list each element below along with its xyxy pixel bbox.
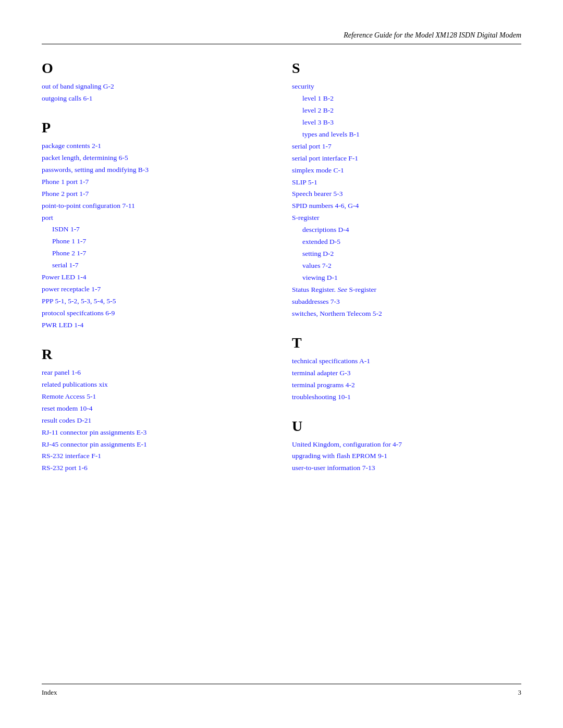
- section-P: P package contents 2-1 packet length, de…: [42, 119, 271, 331]
- entry-serial-port[interactable]: serial port 1-7: [292, 141, 521, 153]
- entry-technical-specs[interactable]: technical specifications A-1: [292, 355, 521, 367]
- entry-result-codes[interactable]: result codes D-21: [42, 415, 271, 427]
- entry-power-receptacle[interactable]: power receptacle 1-7: [42, 283, 271, 295]
- section-letter-U: U: [292, 418, 521, 435]
- entry-security[interactable]: security: [292, 81, 521, 93]
- entry-passwords[interactable]: passwords, setting and modifying B-3: [42, 164, 271, 176]
- entry-rs232-port[interactable]: RS-232 port 1-6: [42, 462, 271, 474]
- footer-right: 3: [518, 688, 522, 697]
- entry-user-to-user[interactable]: user-to-user information 7-13: [292, 462, 521, 474]
- entry-status-register[interactable]: Status Register. See S-register: [292, 284, 521, 296]
- entry-security-types-levels[interactable]: types and levels B-1: [292, 129, 521, 141]
- footer: Index 3: [42, 684, 521, 697]
- entry-power-led[interactable]: Power LED 1-4: [42, 272, 271, 283]
- section-letter-S: S: [292, 60, 521, 77]
- entry-remote-access[interactable]: Remote Access 5-1: [42, 391, 271, 403]
- entry-port-phone1[interactable]: Phone 1 1-7: [42, 236, 271, 248]
- section-O: O out of band signaling G-2 outgoing cal…: [42, 60, 271, 105]
- entry-security-level2[interactable]: level 2 B-2: [292, 105, 521, 117]
- entry-out-of-band[interactable]: out of band signaling G-2: [42, 81, 271, 93]
- entry-s-register-setting[interactable]: setting D-2: [292, 248, 521, 260]
- entry-security-level3[interactable]: level 3 B-3: [292, 117, 521, 129]
- entry-packet-length[interactable]: packet length, determining 6-5: [42, 152, 271, 164]
- entry-port-phone2[interactable]: Phone 2 1-7: [42, 248, 271, 260]
- section-letter-R: R: [42, 346, 271, 363]
- entry-slip[interactable]: SLIP 5-1: [292, 177, 521, 189]
- entry-s-register[interactable]: S-register: [292, 212, 521, 224]
- entry-simplex-mode[interactable]: simplex mode C-1: [292, 165, 521, 177]
- entry-rear-panel[interactable]: rear panel 1-6: [42, 367, 271, 379]
- entry-troubleshooting[interactable]: troubleshooting 10-1: [292, 391, 521, 403]
- section-R: R rear panel 1-6 related publications xi…: [42, 346, 271, 474]
- entry-security-level1[interactable]: level 1 B-2: [292, 93, 521, 105]
- section-letter-T: T: [292, 335, 521, 351]
- section-letter-O: O: [42, 60, 271, 77]
- page-container: Reference Guide for the Model XM128 ISDN…: [0, 0, 563, 728]
- header-title: Reference Guide for the Model XM128 ISDN…: [344, 31, 521, 40]
- entry-port-isdn[interactable]: ISDN 1-7: [42, 224, 271, 236]
- entry-subaddresses[interactable]: subaddresses 7-3: [292, 296, 521, 308]
- section-letter-P: P: [42, 119, 271, 136]
- entry-port[interactable]: port: [42, 212, 271, 224]
- header: Reference Guide for the Model XM128 ISDN…: [42, 31, 521, 44]
- entry-switches-northern-telecom[interactable]: switches, Northern Telecom 5-2: [292, 308, 521, 320]
- footer-left: Index: [42, 688, 57, 697]
- entry-port-serial[interactable]: serial 1-7: [42, 260, 271, 272]
- content-area: O out of band signaling G-2 outgoing cal…: [42, 60, 521, 489]
- section-U: U United Kingdom, configuration for 4-7 …: [292, 418, 521, 475]
- entry-related-publications[interactable]: related publications xix: [42, 379, 271, 391]
- section-S: S security level 1 B-2 level 2 B-2 level…: [292, 60, 521, 320]
- entry-protocol-specs[interactable]: protocol specifcations 6-9: [42, 307, 271, 319]
- entry-s-register-values[interactable]: values 7-2: [292, 260, 521, 272]
- entry-rs232-interface[interactable]: RS-232 interface F-1: [42, 450, 271, 462]
- entry-point-to-point[interactable]: point-to-point configuration 7-11: [42, 200, 271, 212]
- entry-phone2-port[interactable]: Phone 2 port 1-7: [42, 188, 271, 200]
- entry-united-kingdom[interactable]: United Kingdom, configuration for 4-7: [292, 439, 521, 451]
- entry-phone1-port[interactable]: Phone 1 port 1-7: [42, 176, 271, 188]
- entry-serial-port-interface[interactable]: serial port interface F-1: [292, 153, 521, 165]
- entry-package-contents[interactable]: package contents 2-1: [42, 140, 271, 152]
- entry-ppp[interactable]: PPP 5-1, 5-2, 5-3, 5-4, 5-5: [42, 295, 271, 307]
- right-column: S security level 1 B-2 level 2 B-2 level…: [292, 60, 521, 489]
- entry-s-register-viewing[interactable]: viewing D-1: [292, 272, 521, 284]
- entry-reset-modem[interactable]: reset modem 10-4: [42, 403, 271, 415]
- left-column: O out of band signaling G-2 outgoing cal…: [42, 60, 271, 489]
- section-T: T technical specifications A-1 terminal …: [292, 335, 521, 403]
- entry-rj45[interactable]: RJ-45 connector pin assignments E-1: [42, 439, 271, 451]
- entry-terminal-adapter[interactable]: terminal adapter G-3: [292, 367, 521, 379]
- entry-outgoing-calls[interactable]: outgoing calls 6-1: [42, 93, 271, 105]
- entry-rj11[interactable]: RJ-11 connector pin assignments E-3: [42, 427, 271, 439]
- entry-s-register-desc[interactable]: descriptions D-4: [292, 224, 521, 236]
- entry-speech-bearer[interactable]: Speech bearer 5-3: [292, 188, 521, 200]
- entry-terminal-programs[interactable]: terminal programs 4-2: [292, 379, 521, 391]
- entry-upgrading-flash[interactable]: upgrading with flash EPROM 9-1: [292, 450, 521, 462]
- entry-s-register-extended[interactable]: extended D-5: [292, 236, 521, 248]
- entry-spid-numbers[interactable]: SPID numbers 4-6, G-4: [292, 200, 521, 212]
- entry-pwr-led[interactable]: PWR LED 1-4: [42, 319, 271, 331]
